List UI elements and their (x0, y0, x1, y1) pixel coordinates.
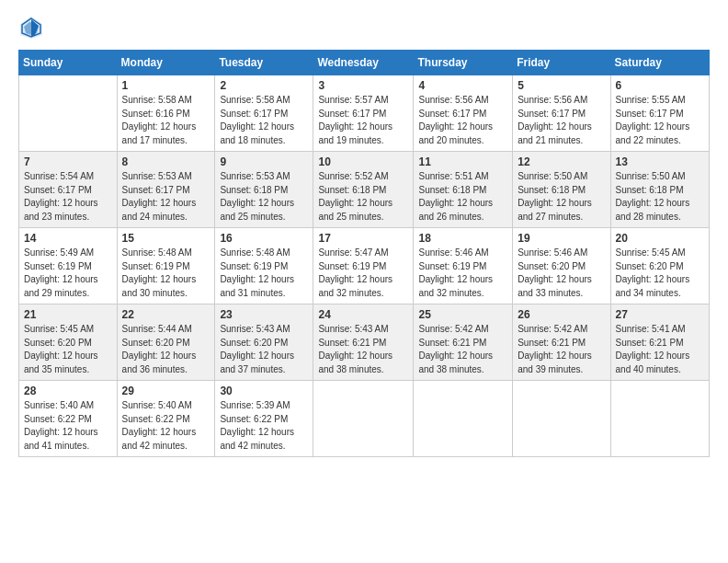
weekday-header: Wednesday (313, 51, 414, 75)
day-info: Sunrise: 5:56 AM Sunset: 6:17 PM Dayligh… (518, 94, 605, 147)
day-info: Sunrise: 5:46 AM Sunset: 6:20 PM Dayligh… (518, 247, 605, 300)
calendar-cell: 15Sunrise: 5:48 AM Sunset: 6:19 PM Dayli… (117, 228, 215, 304)
logo (18, 15, 48, 40)
day-number: 2 (220, 79, 308, 92)
calendar-cell: 27Sunrise: 5:41 AM Sunset: 6:21 PM Dayli… (610, 304, 709, 381)
day-info: Sunrise: 5:49 AM Sunset: 6:19 PM Dayligh… (24, 247, 112, 300)
day-number: 22 (122, 308, 210, 321)
calendar-cell (19, 75, 118, 152)
day-info: Sunrise: 5:48 AM Sunset: 6:19 PM Dayligh… (122, 247, 210, 300)
day-number: 25 (418, 308, 507, 321)
logo-icon (18, 15, 44, 40)
day-number: 3 (318, 79, 408, 92)
calendar-week-row: 28Sunrise: 5:40 AM Sunset: 6:22 PM Dayli… (19, 381, 710, 457)
day-info: Sunrise: 5:45 AM Sunset: 6:20 PM Dayligh… (616, 247, 704, 300)
calendar-cell: 4Sunrise: 5:56 AM Sunset: 6:17 PM Daylig… (414, 75, 513, 152)
day-number: 20 (616, 232, 704, 245)
calendar-header-row: SundayMondayTuesdayWednesdayThursdayFrid… (19, 51, 710, 75)
calendar-week-row: 21Sunrise: 5:45 AM Sunset: 6:20 PM Dayli… (19, 304, 710, 381)
day-info: Sunrise: 5:43 AM Sunset: 6:20 PM Dayligh… (220, 323, 308, 376)
calendar-cell: 16Sunrise: 5:48 AM Sunset: 6:19 PM Dayli… (215, 228, 313, 304)
day-info: Sunrise: 5:53 AM Sunset: 6:18 PM Dayligh… (220, 170, 308, 224)
day-info: Sunrise: 5:39 AM Sunset: 6:22 PM Dayligh… (220, 399, 308, 453)
day-info: Sunrise: 5:52 AM Sunset: 6:18 PM Dayligh… (318, 170, 408, 224)
day-info: Sunrise: 5:42 AM Sunset: 6:21 PM Dayligh… (418, 323, 507, 376)
day-info: Sunrise: 5:58 AM Sunset: 6:17 PM Dayligh… (220, 94, 308, 147)
calendar-cell: 8Sunrise: 5:53 AM Sunset: 6:17 PM Daylig… (117, 152, 215, 228)
day-number: 26 (518, 308, 605, 321)
day-info: Sunrise: 5:50 AM Sunset: 6:18 PM Dayligh… (616, 170, 704, 224)
calendar-cell: 5Sunrise: 5:56 AM Sunset: 6:17 PM Daylig… (513, 75, 610, 152)
calendar-cell: 10Sunrise: 5:52 AM Sunset: 6:18 PM Dayli… (313, 152, 414, 228)
day-info: Sunrise: 5:55 AM Sunset: 6:17 PM Dayligh… (616, 94, 704, 147)
day-number: 24 (318, 308, 408, 321)
weekday-header: Monday (117, 51, 215, 75)
day-info: Sunrise: 5:57 AM Sunset: 6:17 PM Dayligh… (318, 94, 408, 147)
day-info: Sunrise: 5:40 AM Sunset: 6:22 PM Dayligh… (122, 399, 210, 453)
day-info: Sunrise: 5:47 AM Sunset: 6:19 PM Dayligh… (318, 247, 408, 300)
day-info: Sunrise: 5:54 AM Sunset: 6:17 PM Dayligh… (24, 170, 112, 224)
day-info: Sunrise: 5:40 AM Sunset: 6:22 PM Dayligh… (24, 399, 112, 453)
day-number: 1 (122, 79, 210, 92)
calendar-cell: 29Sunrise: 5:40 AM Sunset: 6:22 PM Dayli… (117, 381, 215, 457)
calendar-cell: 1Sunrise: 5:58 AM Sunset: 6:16 PM Daylig… (117, 75, 215, 152)
calendar-cell (513, 381, 610, 457)
day-number: 13 (616, 155, 704, 168)
calendar-cell: 19Sunrise: 5:46 AM Sunset: 6:20 PM Dayli… (513, 228, 610, 304)
day-number: 18 (418, 232, 507, 245)
calendar-cell: 7Sunrise: 5:54 AM Sunset: 6:17 PM Daylig… (19, 152, 118, 228)
day-number: 6 (616, 79, 704, 92)
day-info: Sunrise: 5:46 AM Sunset: 6:19 PM Dayligh… (418, 247, 507, 300)
day-number: 16 (220, 232, 308, 245)
day-number: 9 (220, 155, 308, 168)
day-number: 21 (24, 308, 112, 321)
day-info: Sunrise: 5:48 AM Sunset: 6:19 PM Dayligh… (220, 247, 308, 300)
calendar-cell: 6Sunrise: 5:55 AM Sunset: 6:17 PM Daylig… (610, 75, 709, 152)
day-info: Sunrise: 5:42 AM Sunset: 6:21 PM Dayligh… (518, 323, 605, 376)
calendar-cell: 9Sunrise: 5:53 AM Sunset: 6:18 PM Daylig… (215, 152, 313, 228)
day-info: Sunrise: 5:51 AM Sunset: 6:18 PM Dayligh… (418, 170, 507, 224)
day-number: 17 (318, 232, 408, 245)
calendar-cell: 22Sunrise: 5:44 AM Sunset: 6:20 PM Dayli… (117, 304, 215, 381)
weekday-header: Sunday (19, 51, 118, 75)
calendar-cell: 20Sunrise: 5:45 AM Sunset: 6:20 PM Dayli… (610, 228, 709, 304)
day-info: Sunrise: 5:56 AM Sunset: 6:17 PM Dayligh… (418, 94, 507, 147)
day-number: 10 (318, 155, 408, 168)
day-number: 7 (24, 155, 112, 168)
calendar-cell: 23Sunrise: 5:43 AM Sunset: 6:20 PM Dayli… (215, 304, 313, 381)
day-info: Sunrise: 5:45 AM Sunset: 6:20 PM Dayligh… (24, 323, 112, 376)
calendar-cell: 18Sunrise: 5:46 AM Sunset: 6:19 PM Dayli… (414, 228, 513, 304)
weekday-header: Friday (513, 51, 610, 75)
calendar-cell: 12Sunrise: 5:50 AM Sunset: 6:18 PM Dayli… (513, 152, 610, 228)
calendar-cell: 3Sunrise: 5:57 AM Sunset: 6:17 PM Daylig… (313, 75, 414, 152)
calendar-cell (414, 381, 513, 457)
day-info: Sunrise: 5:50 AM Sunset: 6:18 PM Dayligh… (518, 170, 605, 224)
calendar-week-row: 7Sunrise: 5:54 AM Sunset: 6:17 PM Daylig… (19, 152, 710, 228)
day-number: 30 (220, 385, 308, 397)
calendar-cell: 11Sunrise: 5:51 AM Sunset: 6:18 PM Dayli… (414, 152, 513, 228)
calendar-cell: 26Sunrise: 5:42 AM Sunset: 6:21 PM Dayli… (513, 304, 610, 381)
day-info: Sunrise: 5:43 AM Sunset: 6:21 PM Dayligh… (318, 323, 408, 376)
day-info: Sunrise: 5:41 AM Sunset: 6:21 PM Dayligh… (616, 323, 704, 376)
day-number: 4 (418, 79, 507, 92)
day-number: 8 (122, 155, 210, 168)
calendar-cell: 17Sunrise: 5:47 AM Sunset: 6:19 PM Dayli… (313, 228, 414, 304)
weekday-header: Saturday (610, 51, 709, 75)
calendar-cell (610, 381, 709, 457)
calendar-table: SundayMondayTuesdayWednesdayThursdayFrid… (18, 50, 710, 457)
day-number: 19 (518, 232, 605, 245)
page: SundayMondayTuesdayWednesdayThursdayFrid… (0, 0, 728, 563)
calendar-cell: 24Sunrise: 5:43 AM Sunset: 6:21 PM Dayli… (313, 304, 414, 381)
day-number: 12 (518, 155, 605, 168)
day-number: 15 (122, 232, 210, 245)
weekday-header: Tuesday (215, 51, 313, 75)
day-info: Sunrise: 5:44 AM Sunset: 6:20 PM Dayligh… (122, 323, 210, 376)
day-info: Sunrise: 5:58 AM Sunset: 6:16 PM Dayligh… (122, 94, 210, 147)
calendar-cell: 21Sunrise: 5:45 AM Sunset: 6:20 PM Dayli… (19, 304, 118, 381)
day-number: 28 (24, 385, 112, 397)
calendar-week-row: 14Sunrise: 5:49 AM Sunset: 6:19 PM Dayli… (19, 228, 710, 304)
day-number: 5 (518, 79, 605, 92)
day-number: 27 (616, 308, 704, 321)
day-number: 29 (122, 385, 210, 397)
day-number: 23 (220, 308, 308, 321)
